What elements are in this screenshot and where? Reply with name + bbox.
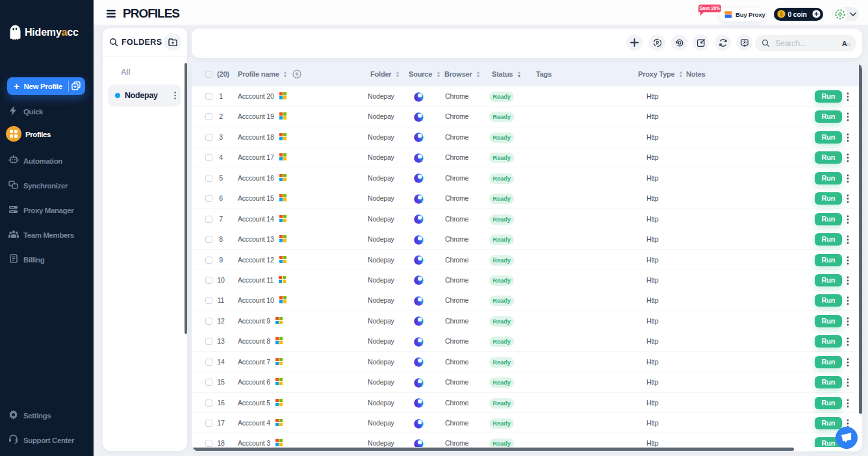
- svg-text:$: $: [780, 12, 782, 17]
